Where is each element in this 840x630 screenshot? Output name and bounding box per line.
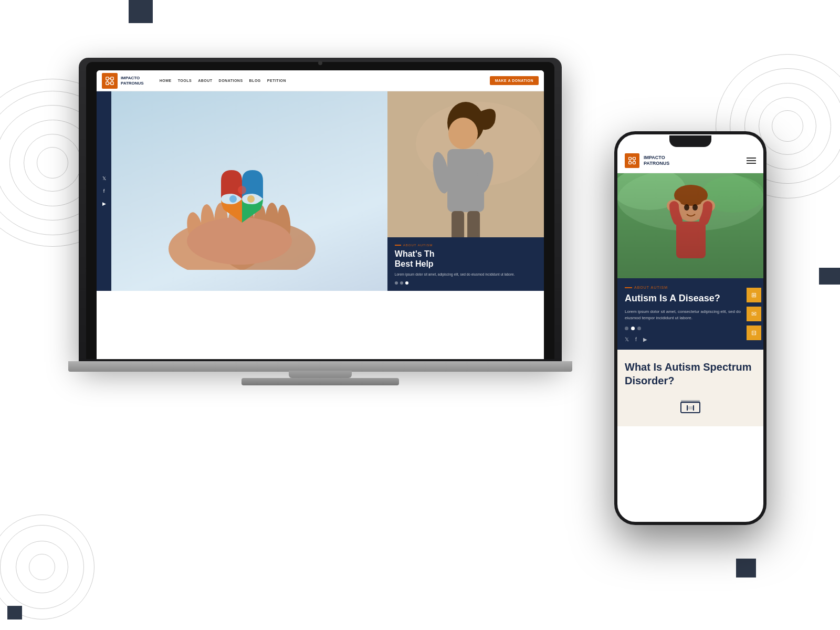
side-btn-3[interactable]: ⊟ bbox=[747, 326, 761, 340]
youtube-icon[interactable]: ▶ bbox=[102, 201, 106, 206]
phone-screen: IMPACTO PATRONUS bbox=[617, 134, 763, 522]
hero-overlay: ABOUT AUTISM What's Th Best Help Lorem i… bbox=[387, 237, 544, 291]
dot-2[interactable] bbox=[400, 281, 403, 285]
deco-square-bottom-left-small bbox=[7, 606, 22, 620]
svg-rect-51 bbox=[681, 400, 700, 403]
side-icon-3: ⊟ bbox=[751, 329, 757, 337]
hero-body-text: Lorem ipsum dolor sit amet, adipiscing e… bbox=[395, 272, 537, 277]
phone-youtube-icon[interactable]: ▶ bbox=[643, 337, 647, 342]
side-icon-2: ✉ bbox=[751, 310, 757, 318]
archive-icon bbox=[680, 398, 701, 414]
bottom-icon-area bbox=[625, 398, 756, 416]
side-btn-2[interactable]: ✉ bbox=[747, 307, 761, 321]
hero-dots bbox=[395, 281, 537, 285]
social-sidebar: 𝕏 f ▶ bbox=[97, 91, 111, 291]
svg-rect-33 bbox=[629, 161, 632, 164]
hero-label: ABOUT AUTISM bbox=[395, 244, 537, 247]
laptop-stand bbox=[289, 371, 352, 378]
nav-donations[interactable]: DONATIONS bbox=[219, 79, 243, 82]
nav-logo-box bbox=[102, 73, 118, 89]
nav-links: HOME TOOLS ABOUT DONATIONS BLOG PETITION bbox=[160, 79, 490, 82]
phone-content-title: Autism Is A Disease? bbox=[625, 292, 756, 304]
phone-nav-logo bbox=[625, 153, 639, 168]
svg-rect-34 bbox=[633, 161, 636, 164]
svg-point-20 bbox=[229, 195, 237, 203]
nav-tools[interactable]: TOOLS bbox=[178, 79, 192, 82]
hands-puzzle-image bbox=[97, 91, 387, 291]
phone-hero-image bbox=[617, 173, 763, 278]
twitter-icon[interactable]: 𝕏 bbox=[102, 176, 106, 181]
nav-cta-button[interactable]: MAKE A DONATION bbox=[490, 76, 539, 85]
phone-twitter-icon[interactable]: 𝕏 bbox=[625, 337, 629, 342]
scene: IMPACTO PATRONUS HOME TOOLS ABOUT DONATI… bbox=[52, 26, 788, 604]
puzzle-heart-svg bbox=[163, 112, 321, 270]
laptop-foot bbox=[242, 378, 399, 385]
nav-brand: IMPACTO PATRONUS bbox=[121, 76, 144, 86]
laptop: IMPACTO PATRONUS HOME TOOLS ABOUT DONATI… bbox=[79, 58, 562, 425]
hamburger-menu[interactable] bbox=[747, 158, 756, 164]
phone-content-text: Lorem ipsum dolor sit amet, consectetur … bbox=[625, 309, 756, 321]
hero-title: What's Th Best Help bbox=[395, 249, 537, 269]
nav-home[interactable]: HOME bbox=[160, 79, 172, 82]
phone-nav: IMPACTO PATRONUS bbox=[617, 148, 763, 173]
nav-petition[interactable]: PETITION bbox=[267, 79, 286, 82]
phone-logo-icon bbox=[628, 156, 636, 165]
dot-1[interactable] bbox=[395, 281, 398, 285]
facebook-icon[interactable]: f bbox=[103, 188, 105, 194]
svg-point-18 bbox=[187, 217, 292, 265]
phone-white-section: What Is Autism Spectrum Disorder? bbox=[617, 350, 763, 426]
svg-rect-3 bbox=[111, 81, 113, 84]
deco-square-right bbox=[819, 268, 840, 285]
svg-point-21 bbox=[247, 195, 255, 203]
phone-side-buttons: ⊞ ✉ ⊟ bbox=[747, 278, 763, 350]
svg-rect-2 bbox=[106, 81, 109, 84]
laptop-bezel: IMPACTO PATRONUS HOME TOOLS ABOUT DONATI… bbox=[86, 62, 554, 359]
phone: IMPACTO PATRONUS bbox=[614, 131, 766, 525]
phone-facebook-icon[interactable]: f bbox=[635, 337, 637, 342]
svg-rect-1 bbox=[111, 77, 113, 79]
side-btn-1[interactable]: ⊞ bbox=[747, 288, 761, 302]
phone-brand: IMPACTO PATRONUS bbox=[644, 155, 747, 166]
dot-3-active[interactable] bbox=[405, 281, 408, 285]
laptop-body: IMPACTO PATRONUS HOME TOOLS ABOUT DONATI… bbox=[79, 58, 562, 362]
side-icon-1: ⊞ bbox=[751, 291, 757, 299]
logo-icon bbox=[105, 76, 114, 86]
website-nav: IMPACTO PATRONUS HOME TOOLS ABOUT DONATI… bbox=[97, 70, 544, 91]
phone-dark-section: ⊞ ✉ ⊟ ABOUT AUTISM Autism Is A Disease? … bbox=[617, 278, 763, 350]
svg-rect-54 bbox=[687, 406, 694, 410]
phone-dots bbox=[625, 327, 756, 330]
phone-about-label: ABOUT AUTISM bbox=[625, 286, 756, 289]
hero-right-panel: ABOUT AUTISM What's Th Best Help Lorem i… bbox=[387, 91, 544, 291]
hero-left-panel: 𝕏 f ▶ bbox=[97, 91, 387, 291]
nav-about[interactable]: ABOUT bbox=[198, 79, 212, 82]
phone-notch bbox=[669, 135, 711, 147]
laptop-screen: IMPACTO PATRONUS HOME TOOLS ABOUT DONATI… bbox=[97, 70, 544, 359]
svg-point-25 bbox=[448, 118, 478, 149]
nav-blog[interactable]: BLOG bbox=[249, 79, 261, 82]
laptop-camera bbox=[318, 61, 322, 65]
phone-dot-3[interactable] bbox=[637, 327, 641, 330]
phone-bottom-title: What Is Autism Spectrum Disorder? bbox=[625, 360, 756, 387]
phone-socials: 𝕏 f ▶ bbox=[625, 337, 756, 342]
svg-point-19 bbox=[238, 186, 246, 194]
laptop-base bbox=[68, 361, 572, 372]
svg-rect-0 bbox=[106, 77, 109, 79]
phone-dot-1[interactable] bbox=[625, 327, 628, 330]
svg-rect-32 bbox=[633, 157, 636, 160]
phone-hero-overlay bbox=[617, 173, 763, 278]
website-hero: 𝕏 f ▶ bbox=[97, 91, 544, 291]
phone-dot-2-active[interactable] bbox=[631, 327, 635, 330]
svg-rect-31 bbox=[629, 157, 632, 160]
deco-square-top bbox=[129, 0, 153, 23]
